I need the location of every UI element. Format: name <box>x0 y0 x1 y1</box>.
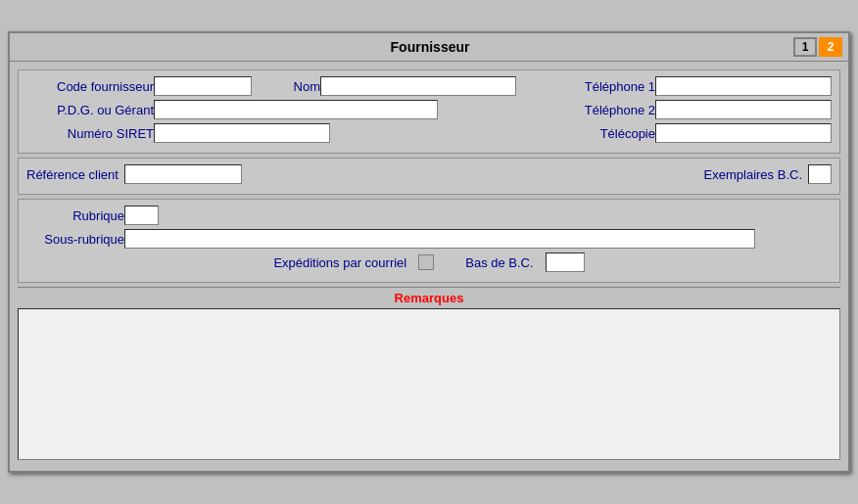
telecopie-label: Télécopie <box>557 126 655 141</box>
sous-rubrique-row: Sous-rubrique <box>26 229 832 249</box>
bas-bc-label: Bas de B.C. <box>465 255 533 270</box>
remarks-section: Remarques <box>18 287 840 463</box>
ref-client-label: Référence client <box>26 167 119 182</box>
telephone1-input[interactable] <box>655 76 832 96</box>
window-content: Code fournisseur Nom Téléphone 1 P.D.G. … <box>10 62 848 471</box>
row-pdg-tel2: P.D.G. ou Gérant Téléphone 2 <box>26 100 832 119</box>
top-section: Code fournisseur Nom Téléphone 1 P.D.G. … <box>18 69 840 154</box>
siret-input[interactable] <box>154 123 330 143</box>
siret-label: Numéro SIRET <box>26 126 154 141</box>
nom-label: Nom <box>262 79 320 94</box>
ref-section: Référence client Exemplaires B.C. <box>18 158 840 195</box>
ref-right: Exemplaires B.C. <box>704 164 832 184</box>
main-window: Fournisseur 1 2 Code fournisseur Nom Tél… <box>8 31 850 473</box>
rubrique-label: Rubrique <box>26 208 124 223</box>
ref-client-input[interactable] <box>124 164 242 184</box>
row-code-nom-tel1: Code fournisseur Nom Téléphone 1 <box>26 76 832 96</box>
telecopie-input[interactable] <box>655 123 832 143</box>
bas-bc-input[interactable] <box>546 252 585 272</box>
rubrique-section: Rubrique Sous-rubrique Expéditions par c… <box>18 199 840 283</box>
rubrique-input[interactable] <box>124 206 159 225</box>
exemplaires-input[interactable] <box>808 164 832 184</box>
expeditions-row: Expéditions par courriel Bas de B.C. <box>26 252 832 272</box>
expeditions-checkbox[interactable] <box>418 254 434 270</box>
nom-input[interactable] <box>320 76 516 96</box>
telephone1-label: Téléphone 1 <box>557 79 655 94</box>
sous-rubrique-input[interactable] <box>124 229 755 249</box>
code-fournisseur-label: Code fournisseur <box>26 79 154 94</box>
window-title: Fournisseur <box>67 39 793 55</box>
sous-rubrique-label: Sous-rubrique <box>26 232 124 247</box>
telephone2-label: Téléphone 2 <box>557 103 655 117</box>
row-siret-telecopie: Numéro SIRET Télécopie <box>26 123 832 143</box>
exemplaires-label: Exemplaires B.C. <box>704 167 802 182</box>
pdg-input[interactable] <box>154 100 438 119</box>
expeditions-label: Expéditions par courriel <box>273 255 406 270</box>
ref-left: Référence client <box>26 164 242 184</box>
ref-row: Référence client Exemplaires B.C. <box>26 164 832 184</box>
rubrique-row: Rubrique <box>26 206 832 225</box>
telephone2-input[interactable] <box>655 100 832 119</box>
title-bar-buttons: 1 2 <box>793 37 842 57</box>
btn1[interactable]: 1 <box>793 37 817 57</box>
btn2[interactable]: 2 <box>819 37 842 57</box>
code-fournisseur-input[interactable] <box>154 76 252 96</box>
pdg-label: P.D.G. ou Gérant <box>26 103 154 117</box>
remarques-textarea[interactable] <box>18 308 840 460</box>
title-bar: Fournisseur 1 2 <box>10 33 848 62</box>
remarques-label: Remarques <box>18 287 840 305</box>
